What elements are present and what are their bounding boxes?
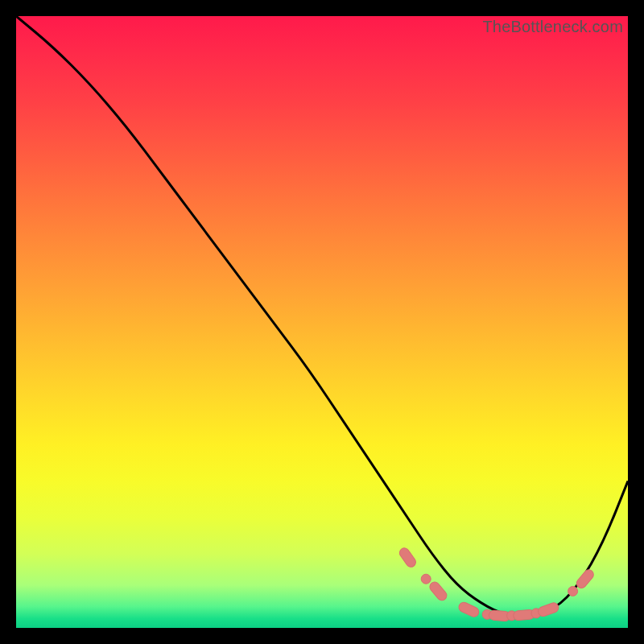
bottleneck-curve-path	[16, 16, 628, 616]
marker-dot	[568, 586, 578, 596]
marker-capsule	[398, 547, 418, 569]
curve-layer	[16, 16, 628, 628]
marker-capsule	[575, 568, 596, 590]
marker-capsule	[457, 601, 481, 618]
marker-capsule	[427, 580, 448, 603]
chart-frame: TheBottleneck.com	[0, 0, 644, 644]
plot-area: TheBottleneck.com	[16, 16, 628, 628]
marker-dot	[421, 574, 431, 584]
marker-capsule	[537, 601, 560, 617]
